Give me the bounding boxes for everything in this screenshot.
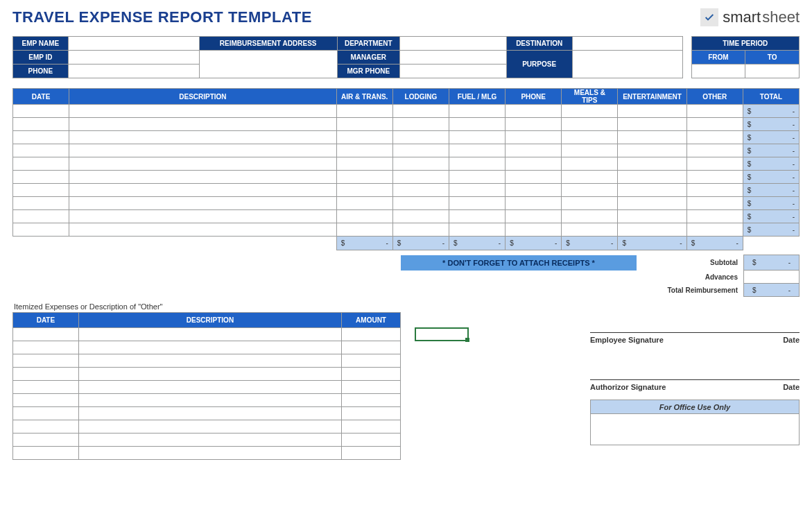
- expense-cell-desc[interactable]: [69, 144, 337, 157]
- expense-cell-other[interactable]: [686, 171, 743, 184]
- auth-signature-line[interactable]: [590, 359, 800, 380]
- expense-cell-date[interactable]: [13, 171, 69, 184]
- expense-cell-date[interactable]: [13, 197, 69, 210]
- itemized-cell-amount[interactable]: [342, 341, 401, 354]
- office-use-body[interactable]: [591, 414, 799, 445]
- itemized-cell-desc[interactable]: [78, 354, 341, 368]
- expense-cell-date[interactable]: [13, 223, 69, 237]
- itemized-cell-amount[interactable]: [342, 447, 401, 460]
- itemized-cell-desc[interactable]: [78, 394, 341, 407]
- itemized-cell-amount[interactable]: [342, 434, 401, 447]
- expense-cell-air[interactable]: [336, 223, 392, 237]
- itemized-cell-amount[interactable]: [342, 420, 401, 434]
- itemized-cell-date[interactable]: [13, 354, 79, 368]
- expense-cell-date[interactable]: [13, 184, 69, 197]
- expense-cell-lodg[interactable]: [392, 223, 449, 237]
- expense-cell-meals[interactable]: [562, 223, 618, 237]
- purpose-field[interactable]: [572, 51, 682, 78]
- expense-cell-date[interactable]: [13, 144, 69, 157]
- expense-cell-ent[interactable]: [618, 171, 686, 184]
- expense-cell-air[interactable]: [336, 184, 392, 197]
- expense-cell-other[interactable]: [686, 131, 743, 144]
- expense-cell-ph[interactable]: [506, 171, 562, 184]
- expense-cell-fuel[interactable]: [449, 197, 505, 210]
- expense-cell-meals[interactable]: [562, 131, 618, 144]
- expense-cell-air[interactable]: [336, 171, 392, 184]
- expense-cell-meals[interactable]: [562, 197, 618, 210]
- expense-cell-ph[interactable]: [506, 223, 562, 237]
- dept-field[interactable]: [399, 37, 506, 51]
- itemized-cell-desc[interactable]: [78, 368, 341, 381]
- itemized-cell-date[interactable]: [13, 407, 79, 420]
- itemized-cell-desc[interactable]: [78, 420, 341, 434]
- expense-cell-ph[interactable]: [506, 131, 562, 144]
- expense-cell-air[interactable]: [336, 197, 392, 210]
- expense-cell-meals[interactable]: [562, 157, 618, 171]
- expense-cell-air[interactable]: [336, 157, 392, 171]
- expense-cell-ph[interactable]: [506, 197, 562, 210]
- expense-cell-ph[interactable]: [506, 118, 562, 131]
- expense-cell-desc[interactable]: [69, 157, 337, 171]
- itemized-cell-date[interactable]: [13, 328, 79, 341]
- expense-cell-date[interactable]: [13, 157, 69, 171]
- expense-cell-ent[interactable]: [618, 144, 686, 157]
- itemized-cell-date[interactable]: [13, 368, 79, 381]
- expense-cell-desc[interactable]: [69, 210, 337, 223]
- expense-cell-other[interactable]: [686, 210, 743, 223]
- expense-cell-ph[interactable]: [506, 157, 562, 171]
- expense-cell-ent[interactable]: [618, 131, 686, 144]
- expense-cell-ph[interactable]: [506, 184, 562, 197]
- itemized-cell-date[interactable]: [13, 420, 79, 434]
- itemized-cell-desc[interactable]: [78, 328, 341, 341]
- expense-cell-lodg[interactable]: [392, 210, 449, 223]
- itemized-cell-amount[interactable]: [342, 394, 401, 407]
- expense-cell-lodg[interactable]: [392, 131, 449, 144]
- itemized-cell-date[interactable]: [13, 434, 79, 447]
- expense-cell-lodg[interactable]: [392, 157, 449, 171]
- expense-cell-ph[interactable]: [506, 210, 562, 223]
- expense-cell-other[interactable]: [686, 197, 743, 210]
- itemized-cell-date[interactable]: [13, 394, 79, 407]
- itemized-cell-desc[interactable]: [78, 381, 341, 394]
- expense-cell-fuel[interactable]: [449, 184, 505, 197]
- expense-cell-ent[interactable]: [618, 184, 686, 197]
- selected-cell[interactable]: [415, 327, 469, 341]
- expense-cell-desc[interactable]: [69, 223, 337, 237]
- expense-cell-air[interactable]: [336, 105, 392, 118]
- emp-id-field[interactable]: [68, 51, 199, 65]
- expense-cell-desc[interactable]: [69, 131, 337, 144]
- expense-cell-date[interactable]: [13, 210, 69, 223]
- expense-cell-fuel[interactable]: [449, 131, 505, 144]
- expense-cell-air[interactable]: [336, 144, 392, 157]
- mgrphone-field[interactable]: [399, 65, 506, 78]
- expense-cell-ent[interactable]: [618, 197, 686, 210]
- expense-cell-meals[interactable]: [562, 144, 618, 157]
- expense-cell-meals[interactable]: [562, 118, 618, 131]
- itemized-cell-desc[interactable]: [78, 407, 341, 420]
- itemized-cell-date[interactable]: [13, 341, 79, 354]
- expense-cell-fuel[interactable]: [449, 144, 505, 157]
- expense-cell-other[interactable]: [686, 184, 743, 197]
- itemized-cell-date[interactable]: [13, 447, 79, 460]
- expense-cell-date[interactable]: [13, 105, 69, 118]
- expense-cell-ent[interactable]: [618, 157, 686, 171]
- from-field[interactable]: [691, 65, 745, 78]
- expense-cell-air[interactable]: [336, 210, 392, 223]
- itemized-cell-amount[interactable]: [342, 381, 401, 394]
- expense-cell-desc[interactable]: [69, 171, 337, 184]
- expense-cell-ent[interactable]: [618, 118, 686, 131]
- itemized-cell-amount[interactable]: [342, 368, 401, 381]
- expense-cell-lodg[interactable]: [392, 197, 449, 210]
- expense-cell-lodg[interactable]: [392, 144, 449, 157]
- expense-cell-desc[interactable]: [69, 105, 337, 118]
- advances-value[interactable]: [744, 271, 800, 284]
- expense-cell-ent[interactable]: [618, 223, 686, 237]
- expense-cell-ph[interactable]: [506, 144, 562, 157]
- expense-cell-lodg[interactable]: [392, 105, 449, 118]
- reimb-field[interactable]: [199, 51, 337, 78]
- expense-cell-meals[interactable]: [562, 105, 618, 118]
- itemized-cell-amount[interactable]: [342, 407, 401, 420]
- expense-cell-date[interactable]: [13, 131, 69, 144]
- expense-cell-fuel[interactable]: [449, 210, 505, 223]
- itemized-cell-desc[interactable]: [78, 447, 341, 460]
